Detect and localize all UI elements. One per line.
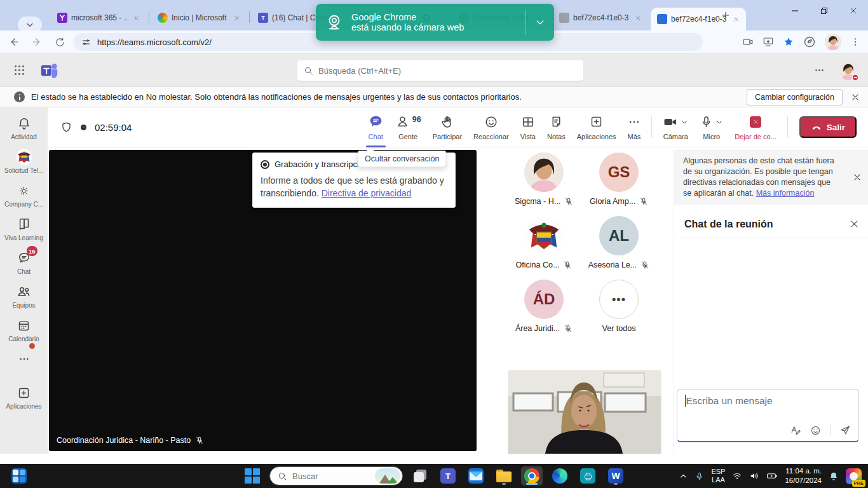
raise-hand-button[interactable]: Participar [427, 107, 468, 147]
notification-bell-icon[interactable] [829, 471, 839, 481]
sidebar-item-calendario[interactable]: Calendario [1, 317, 47, 342]
install-app-icon[interactable] [763, 36, 774, 48]
browser-tab[interactable]: bef72ec4-f1e0-3... [553, 6, 648, 29]
dnd-banner-text: El estado se ha establecido en No molest… [31, 92, 522, 102]
sidebar-item-company[interactable]: Company C... [1, 182, 47, 208]
language-indicator[interactable]: ESP LAA [711, 468, 725, 484]
taskbar-explorer-icon[interactable] [493, 466, 515, 485]
participant-tile[interactable]: AL Asesoria Le... [581, 216, 656, 269]
participant-tile[interactable]: GS Gloria Amp... [581, 152, 656, 206]
restore-button[interactable] [810, 0, 839, 22]
close-window-button[interactable] [839, 0, 868, 22]
minimize-button[interactable] [780, 0, 810, 22]
tray-expand-icon[interactable] [679, 472, 688, 480]
taskbar-edge-icon[interactable] [549, 466, 571, 485]
sidebar-item-equipos[interactable]: Equipos [1, 283, 47, 309]
sidebar-item-solicitud[interactable]: Solicitud Tel... [1, 149, 47, 174]
apps-button[interactable]: Aplicaciones [571, 107, 622, 147]
site-settings-icon[interactable] [81, 37, 91, 47]
battery-icon[interactable] [766, 471, 778, 481]
sidebar-item-more[interactable] [1, 351, 47, 367]
emoji-icon[interactable] [810, 425, 821, 436]
participant-tile[interactable]: ÁD Área Juridi... [506, 280, 581, 333]
more-actions-button[interactable]: Más [622, 107, 647, 147]
tab-close-icon[interactable] [633, 13, 643, 23]
teams-more-icon[interactable] [814, 65, 825, 76]
extension-icon[interactable] [803, 36, 816, 48]
tab-close-icon[interactable] [131, 13, 141, 23]
clock[interactable]: 11:04 a. m. 16/07/2024 [785, 466, 822, 485]
message-composer[interactable] [677, 389, 859, 442]
taskbar-teams-icon[interactable]: T [437, 466, 459, 485]
browser-tab[interactable]: microsoft 365 - ... [51, 6, 146, 29]
taskbar-word-icon[interactable]: W [605, 466, 627, 485]
tab-close-icon[interactable] [731, 14, 741, 24]
volume-icon[interactable] [749, 471, 759, 481]
message-input[interactable] [686, 395, 851, 407]
forward-icon[interactable] [28, 33, 46, 51]
see-all-tile[interactable]: ••• Ver todos [581, 280, 656, 333]
leave-button[interactable]: Salir [799, 116, 857, 138]
back-icon[interactable] [5, 33, 23, 51]
react-button[interactable]: Reaccionar [468, 107, 515, 147]
app-launcher-icon[interactable] [14, 65, 25, 76]
taskbar-fax-icon[interactable] [577, 466, 599, 485]
notice-close-icon[interactable] [853, 173, 862, 182]
hangup-icon [811, 121, 822, 133]
stop-sharing-button[interactable]: Dejar de co... [729, 107, 782, 147]
taskbar-search[interactable] [269, 466, 403, 485]
taskbar-chrome-icon[interactable] [521, 466, 543, 485]
participant-avatar[interactable] [524, 216, 564, 255]
format-icon[interactable] [790, 425, 801, 436]
tray-mic-icon[interactable] [695, 471, 704, 481]
tab-close-icon[interactable] [231, 13, 241, 23]
participant-avatar[interactable]: AL [599, 216, 639, 255]
browser-profile-avatar[interactable] [825, 34, 841, 50]
reload-icon[interactable] [51, 33, 69, 51]
participant-tile[interactable]: Oficina Co... [506, 216, 581, 269]
browser-menu-icon[interactable] [850, 37, 860, 47]
browser-tab[interactable]: Inicio | Microsoft [151, 6, 247, 29]
taskbar-mail-icon[interactable] [465, 466, 487, 485]
see-all-icon[interactable]: ••• [599, 280, 639, 319]
toast-expand-icon[interactable] [526, 17, 554, 27]
teams-search-box[interactable] [297, 60, 583, 81]
participant-tile[interactable]: Sigcma - H... [506, 152, 581, 206]
send-icon[interactable] [839, 424, 851, 436]
url-text[interactable]: https://teams.microsoft.com/v2/ [97, 37, 212, 47]
teams-search-input[interactable] [318, 66, 577, 76]
privacy-policy-link[interactable]: Directiva de privacidad [322, 188, 412, 198]
mic-button[interactable]: Micro [694, 107, 729, 147]
search-highlight-image[interactable] [375, 468, 400, 484]
participant-avatar[interactable] [524, 152, 564, 192]
sidebar-item-actividad[interactable]: Actividad [1, 115, 47, 140]
dnd-banner-close-icon[interactable] [843, 93, 868, 102]
task-view-button[interactable] [409, 466, 431, 485]
sidebar-item-aplicaciones[interactable]: Aplicaciones [1, 384, 47, 410]
tab-camera-icon[interactable] [742, 36, 754, 48]
sidebar-item-viva-learning[interactable]: Viva Learning [1, 216, 47, 241]
participant-avatar[interactable]: ÁD [524, 280, 564, 319]
tab-separator [149, 11, 149, 23]
chat-panel-close-icon[interactable] [850, 219, 859, 229]
notification-dot [29, 343, 35, 349]
widgets-icon[interactable] [11, 468, 27, 484]
chat-toggle-button[interactable]: Chat [362, 107, 390, 147]
wifi-icon[interactable] [732, 471, 742, 481]
taskbar-search-input[interactable] [292, 471, 362, 481]
browser-tab-active[interactable]: bef72ec4-f1e0-3... [651, 8, 746, 30]
people-button[interactable]: 96 Gente [390, 107, 427, 147]
view-button[interactable]: Vista [515, 107, 541, 147]
self-video-tile[interactable] [508, 370, 661, 454]
notes-button[interactable]: Notas [541, 107, 571, 147]
sidebar-item-chat[interactable]: 16 Chat [1, 250, 47, 275]
change-settings-button[interactable]: Cambiar configuración [747, 89, 843, 105]
new-tab-button[interactable] [721, 10, 731, 20]
camera-button[interactable]: Cámara [657, 107, 694, 147]
participant-avatar[interactable]: GS [599, 152, 639, 192]
copilot-icon[interactable]: PRE [846, 468, 862, 484]
bookmark-star-icon[interactable] [783, 36, 794, 48]
more-info-link[interactable]: Más información [756, 189, 815, 198]
shield-icon[interactable] [60, 121, 72, 133]
start-button[interactable] [241, 466, 263, 485]
